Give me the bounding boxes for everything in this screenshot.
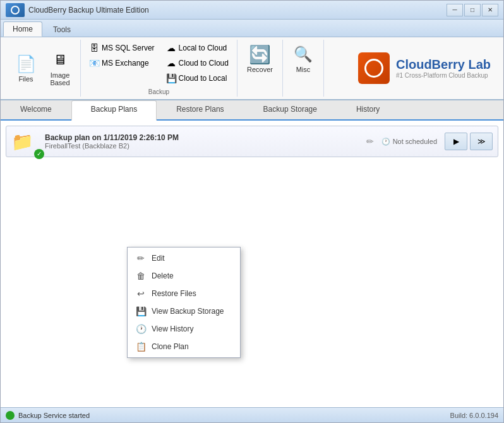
misc-icon: 🔍 — [293, 44, 313, 64]
expand-button[interactable]: ≫ — [470, 133, 493, 150]
misc-label: Misc — [296, 66, 311, 73]
app-logo — [6, 3, 25, 17]
ctx-delete-icon: 🗑 — [135, 270, 147, 282]
tab-welcome[interactable]: Welcome — [1, 100, 71, 119]
minimize-button[interactable]: ─ — [447, 4, 463, 16]
local-to-cloud-icon: ☁ — [166, 43, 176, 53]
ctx-delete-label: Delete — [152, 271, 174, 280]
ms-sql-label: MS SQL Server — [102, 44, 155, 52]
ctx-edit[interactable]: ✏ Edit — [128, 249, 240, 267]
backup-right-column: ☁ Local to Cloud ☁ Cloud to Cloud 💾 Clou… — [163, 41, 232, 85]
ctx-edit-icon: ✏ — [135, 253, 147, 264]
status-text: Backup Service started — [18, 412, 90, 419]
ctx-storage-icon: 💾 — [135, 306, 147, 317]
cloud-to-local-button[interactable]: 💾 Cloud to Local — [163, 71, 232, 85]
backup-group-label: Backup — [148, 87, 169, 95]
plan-subtitle: FireballTest (Backblaze B2) — [45, 142, 363, 150]
cloud-to-cloud-label: Cloud to Cloud — [179, 59, 229, 68]
cloud-to-cloud-button[interactable]: ☁ Cloud to Cloud — [163, 56, 232, 70]
edit-pencil-icon[interactable]: ✏ — [366, 136, 374, 146]
misc-button[interactable]: 🔍 Misc — [288, 41, 318, 76]
ribbon-tab-bar: Home Tools — [1, 20, 503, 37]
image-based-button[interactable]: 🖥 ImageBased — [45, 47, 75, 90]
close-button[interactable]: ✕ — [482, 4, 498, 16]
plan-icon-wrapper: 📁 ✓ — [11, 131, 39, 152]
brand-name: CloudBerry Lab — [396, 57, 491, 72]
plan-actions: ▶ ≫ — [445, 133, 493, 150]
backup-plan-row: 📁 ✓ Backup plan on 1/11/2019 2:26:10 PM … — [6, 126, 498, 157]
files-button[interactable]: 📄 Files — [11, 51, 41, 86]
title-text: CloudBerry Backup Ultimate Edition — [28, 6, 447, 15]
image-based-label: ImageBased — [50, 71, 69, 86]
brand-tagline: #1 Cross-Platform Cloud Backup — [396, 72, 491, 79]
title-bar: CloudBerry Backup Ultimate Edition ─ □ ✕ — [1, 1, 503, 20]
folder-icon: 📁 — [11, 132, 33, 152]
ribbon: 📄 Files 🖥 ImageBased 🗄 MS SQL Server — [1, 37, 503, 100]
content-area: Welcome Backup Plans Restore Plans Backu… — [1, 100, 503, 407]
files-icon: 📄 — [16, 54, 36, 74]
backup-left-column: 🗄 MS SQL Server 📧 MS Exchange — [86, 41, 158, 70]
tab-history[interactable]: History — [337, 100, 399, 119]
ctx-clone-plan[interactable]: 📋 Clone Plan — [128, 338, 240, 355]
cloud-to-local-icon: 💾 — [166, 73, 176, 83]
misc-buttons: 🔍 Misc — [288, 41, 318, 95]
cloud-to-cloud-icon: ☁ — [166, 58, 176, 68]
recover-label: Recover — [247, 66, 273, 73]
ms-sql-icon: 🗄 — [89, 43, 99, 53]
recover-icon: 🔄 — [249, 44, 270, 64]
files-label: Files — [18, 75, 33, 83]
ctx-delete[interactable]: 🗑 Delete — [128, 267, 240, 285]
plan-schedule: 🕐 Not scheduled — [381, 138, 437, 146]
ctx-restore-files[interactable]: ↩ Restore Files — [128, 285, 240, 302]
ctx-restore-icon: ↩ — [135, 288, 147, 299]
ribbon-group-recover: 🔄 Recover — [237, 40, 283, 97]
ms-exchange-icon: 📧 — [89, 58, 99, 68]
maximize-button[interactable]: □ — [464, 4, 481, 16]
local-to-cloud-label: Local to Cloud — [179, 44, 227, 52]
status-check-icon: ✓ — [34, 149, 44, 159]
tab-backup-storage[interactable]: Backup Storage — [244, 100, 337, 119]
tab-backup-plans[interactable]: Backup Plans — [71, 100, 157, 121]
recover-button[interactable]: 🔄 Recover — [243, 41, 277, 76]
ctx-storage-label: View Backup Storage — [152, 307, 224, 316]
clock-icon: 🕐 — [381, 138, 390, 146]
ctx-edit-label: Edit — [152, 254, 165, 263]
status-dot-icon — [6, 411, 15, 420]
main-tab-bar: Welcome Backup Plans Restore Plans Backu… — [1, 100, 503, 121]
ctx-history-icon: 🕐 — [135, 323, 147, 335]
ribbon-group-backup: 🗄 MS SQL Server 📧 MS Exchange ☁ Local to… — [81, 40, 237, 97]
ms-exchange-button[interactable]: 📧 MS Exchange — [86, 56, 158, 70]
image-based-icon: 🖥 — [50, 50, 70, 70]
context-menu: ✏ Edit 🗑 Delete ↩ Restore Files 💾 View B… — [127, 247, 241, 358]
recover-buttons: 🔄 Recover — [243, 41, 277, 95]
brand-text: CloudBerry Lab #1 Cross-Platform Cloud B… — [396, 57, 491, 79]
brand-area: CloudBerry Lab #1 Cross-Platform Cloud B… — [351, 40, 498, 97]
cloudberry-logo — [358, 52, 390, 84]
tab-home[interactable]: Home — [3, 21, 42, 37]
window-controls: ─ □ ✕ — [447, 4, 498, 16]
ctx-clone-icon: 📋 — [135, 341, 147, 352]
play-button[interactable]: ▶ — [445, 133, 467, 150]
ribbon-group-files: 📄 Files 🖥 ImageBased — [6, 40, 81, 97]
ms-sql-button[interactable]: 🗄 MS SQL Server — [86, 41, 158, 55]
schedule-text: Not scheduled — [393, 138, 437, 145]
ctx-history-label: View History — [152, 325, 193, 333]
tab-restore-plans[interactable]: Restore Plans — [157, 100, 243, 119]
ctx-clone-label: Clone Plan — [152, 342, 189, 351]
ctx-view-backup-storage[interactable]: 💾 View Backup Storage — [128, 302, 240, 320]
local-to-cloud-button[interactable]: ☁ Local to Cloud — [163, 41, 232, 55]
plan-info: Backup plan on 1/11/2019 2:26:10 PM Fire… — [45, 133, 363, 150]
status-left: Backup Service started — [6, 411, 90, 420]
tab-tools[interactable]: Tools — [44, 22, 80, 37]
plan-title: Backup plan on 1/11/2019 2:26:10 PM — [45, 133, 363, 142]
ms-exchange-label: MS Exchange — [102, 59, 149, 68]
ribbon-group-misc: 🔍 Misc — [283, 40, 324, 97]
cloud-to-local-label: Cloud to Local — [179, 74, 227, 83]
ctx-restore-label: Restore Files — [152, 289, 196, 298]
ctx-view-history[interactable]: 🕐 View History — [128, 320, 240, 338]
build-info: Build: 6.0.0.194 — [450, 412, 498, 419]
main-content: 📁 ✓ Backup plan on 1/11/2019 2:26:10 PM … — [1, 121, 503, 407]
status-bar: Backup Service started Build: 6.0.0.194 — [1, 407, 503, 422]
